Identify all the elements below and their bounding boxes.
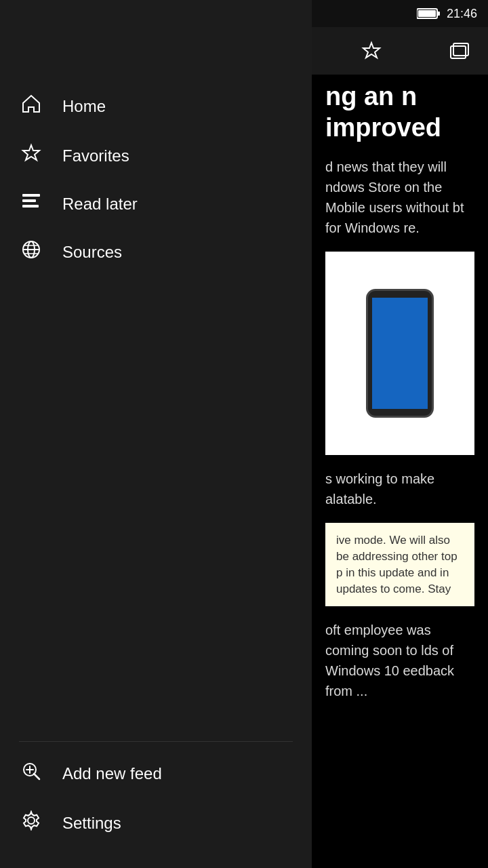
- sidebar-item-read-later[interactable]: Read later: [0, 180, 312, 227]
- svg-point-25: [28, 817, 35, 824]
- sidebar-item-settings[interactable]: Settings: [0, 798, 312, 848]
- article-body-2: s working to make alatable.: [325, 469, 474, 509]
- sidebar-item-favorites[interactable]: Favorites: [0, 131, 312, 180]
- settings-gear-icon: [19, 810, 43, 835]
- add-feed-icon: [19, 761, 43, 786]
- phone-screen: [372, 298, 428, 409]
- sidebar-favorites-label: Favorites: [62, 146, 129, 165]
- sidebar-read-later-label: Read later: [62, 195, 138, 214]
- sidebar-bottom: Add new feed Settings: [0, 734, 312, 868]
- svg-rect-3: [418, 10, 436, 17]
- article-content: ng an n improved d news that they will n…: [312, 75, 488, 868]
- article-quote-box: ive mode. We will also be addressing oth…: [325, 523, 474, 606]
- share-icon[interactable]: [445, 36, 474, 66]
- sidebar-item-home[interactable]: Home: [0, 81, 312, 131]
- article-body-3: oft employee was coming soon to lds of W…: [325, 620, 474, 701]
- svg-rect-14: [22, 199, 36, 202]
- sidebar-home-label: Home: [62, 97, 106, 116]
- sidebar: Home Favorites Read later: [0, 0, 312, 868]
- sidebar-item-add-feed[interactable]: Add new feed: [0, 749, 312, 798]
- favorites-icon: [19, 143, 43, 168]
- sidebar-settings-label: Settings: [62, 814, 121, 833]
- sidebar-divider: [19, 741, 293, 742]
- svg-line-22: [34, 774, 39, 779]
- home-icon: [19, 94, 43, 119]
- favorite-star-icon[interactable]: [357, 36, 386, 66]
- battery-icon: [417, 7, 440, 20]
- article-body-1: d news that they will ndows Store on the…: [325, 157, 474, 238]
- sidebar-nav: Home Favorites Read later: [0, 75, 312, 734]
- status-right: 21:46: [417, 7, 477, 21]
- svg-rect-2: [437, 12, 440, 16]
- sidebar-add-feed-label: Add new feed: [62, 764, 162, 783]
- sidebar-sources-label: Sources: [62, 243, 122, 262]
- time-display: 21:46: [447, 7, 477, 21]
- sidebar-item-sources[interactable]: Sources: [0, 227, 312, 277]
- svg-rect-13: [22, 194, 40, 197]
- read-later-icon: [19, 193, 43, 215]
- sources-globe-icon: [19, 239, 43, 264]
- phone-mockup: [366, 289, 434, 418]
- article-image: [325, 252, 474, 455]
- article-heading: ng an n improved: [325, 81, 474, 143]
- svg-rect-15: [22, 205, 39, 208]
